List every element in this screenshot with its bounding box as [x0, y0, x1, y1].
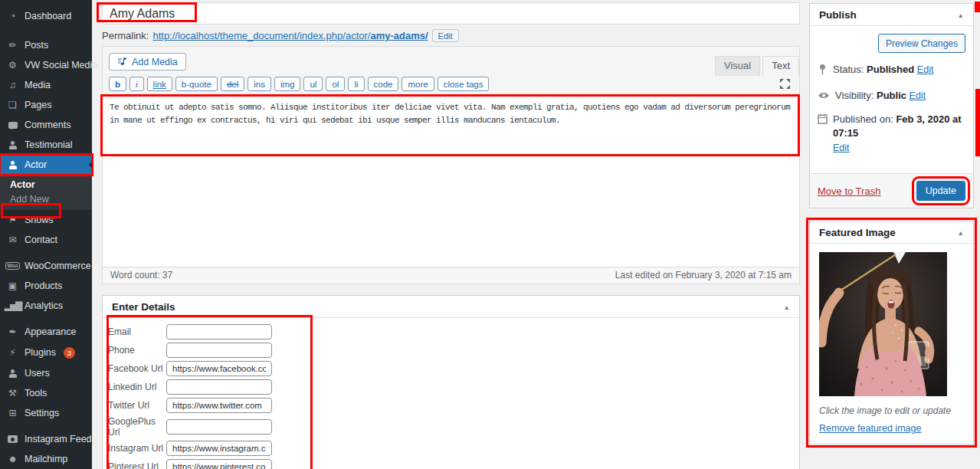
collapse-toggle-icon[interactable]: [784, 303, 790, 311]
featured-image-header[interactable]: Featured Image: [810, 221, 973, 244]
linkedin-url-field[interactable]: [166, 379, 272, 395]
phone-label: Phone: [108, 345, 166, 356]
sidebar-item-label: Pages: [25, 100, 51, 110]
edit-published-link[interactable]: Edit: [833, 142, 850, 155]
email-field[interactable]: [166, 324, 272, 339]
title-input[interactable]: [102, 2, 800, 25]
sidebar-item-label: VW Social Media: [25, 61, 97, 71]
admin-sidebar: ◔ Dashboard ✏ Posts ⚙ VW Social Media ♫ …: [0, 0, 92, 469]
sidebar-item-label: Mailchimp: [25, 454, 67, 464]
pinterest-url-field[interactable]: [166, 459, 272, 469]
publish-footer: Move to Trash Update: [810, 173, 973, 208]
img-button[interactable]: img: [274, 77, 301, 91]
sidebar-item-posts[interactable]: ✏ Posts: [0, 35, 92, 55]
sidebar-item-label: Posts: [25, 41, 48, 51]
edit-status-link[interactable]: Edit: [917, 64, 934, 75]
sidebar-item-shows[interactable]: ⚑ Shows: [0, 210, 92, 230]
remove-featured-image-link[interactable]: Remove featured image: [819, 423, 921, 434]
publish-body: Preview Changes Status: Published Edit V…: [810, 26, 973, 164]
email-label: Email: [108, 326, 166, 337]
phone-field[interactable]: [166, 343, 272, 358]
facebook-url-field[interactable]: [166, 361, 272, 376]
envelope-icon: ✉: [7, 235, 18, 245]
submenu-item-actor[interactable]: Actor: [0, 177, 92, 192]
sidebar-item-label: Users: [25, 369, 50, 379]
edit-visibility-link[interactable]: Edit: [910, 90, 926, 101]
more-button[interactable]: more: [402, 77, 434, 91]
enter-details-panel: Enter Details Email Phone Facebook Url L…: [102, 295, 800, 469]
instagram-url-field[interactable]: [166, 441, 272, 456]
sidebar-item-plugins[interactable]: ⚡ Plugins 3: [0, 342, 92, 363]
sidebar-item-testimonial[interactable]: Testimonial: [0, 135, 92, 155]
pages-icon: ❏: [7, 100, 18, 110]
enter-details-header[interactable]: Enter Details: [103, 296, 799, 318]
publish-header[interactable]: Publish: [810, 4, 973, 26]
sidebar-item-products[interactable]: ▣ Products: [0, 276, 92, 296]
comment-bubble-icon: [7, 122, 18, 129]
visibility-row: Visibility: Public Edit: [818, 89, 965, 103]
post-content-textarea[interactable]: Te obtinuit ut adepto satis somno. Aliis…: [103, 96, 799, 267]
blockquote-button[interactable]: b-quote: [175, 77, 218, 91]
fullscreen-icon[interactable]: [779, 78, 793, 90]
collapse-toggle-icon[interactable]: [958, 11, 964, 19]
sidebar-item-mailchimp[interactable]: ☻ Mailchimp: [0, 449, 92, 469]
code-button[interactable]: code: [368, 77, 399, 91]
sidebar-item-appearance[interactable]: ✒ Appearance: [0, 322, 92, 342]
permalink-link[interactable]: http://localhost/theme_document/index.ph…: [152, 30, 428, 41]
sidebar-item-contact[interactable]: ✉ Contact: [0, 230, 92, 250]
link-button[interactable]: link: [147, 77, 172, 91]
tab-text[interactable]: Text: [762, 56, 799, 76]
sidebar-item-media[interactable]: ♫ Media: [0, 75, 92, 95]
sidebar-item-users[interactable]: Users: [0, 363, 92, 383]
sidebar-item-comments[interactable]: Comments: [0, 115, 92, 135]
italic-button[interactable]: i: [129, 77, 144, 91]
sidebar-item-label: Settings: [25, 408, 59, 418]
sidebar-item-instagram-feed[interactable]: Instagram Feed: [0, 429, 92, 449]
editor-mode-tabs: Visual Text: [713, 56, 799, 76]
ul-button[interactable]: ul: [303, 77, 323, 91]
featured-image-photo[interactable]: [819, 252, 947, 396]
twitter-url-field[interactable]: [166, 398, 272, 413]
close-tags-button[interactable]: close tags: [438, 77, 490, 91]
googleplus-url-field[interactable]: [166, 419, 272, 435]
edit-actor-main: Permalink: http://localhost/theme_docume…: [102, 0, 800, 469]
person-icon: [7, 369, 18, 378]
twitter-url-label: Twitter Url: [108, 400, 166, 411]
sidebar-item-analytics[interactable]: ▂▅▇ Analytics: [0, 296, 92, 316]
tab-visual[interactable]: Visual: [715, 56, 760, 76]
sidebar-item-settings[interactable]: ⊞ Settings: [0, 403, 92, 423]
sidebar-item-dashboard[interactable]: ◔ Dashboard: [0, 6, 92, 26]
sidebar-item-label: Dashboard: [25, 11, 71, 21]
move-to-trash-link[interactable]: Move to Trash: [818, 185, 880, 197]
del-button[interactable]: del: [221, 77, 244, 91]
bold-button[interactable]: b: [109, 77, 126, 91]
add-media-icon: [117, 57, 127, 67]
camera-icon: [7, 435, 18, 443]
submenu-item-add-new[interactable]: Add New: [0, 192, 92, 206]
editor-status-bar: Word count: 37 Last edited on February 3…: [103, 267, 799, 284]
ins-button[interactable]: ins: [247, 77, 271, 91]
instagram-url-label: Instagram Url: [108, 443, 166, 454]
collapse-toggle-icon[interactable]: [958, 228, 964, 237]
pushpin-icon: ✏: [7, 41, 18, 51]
sidebar-item-pages[interactable]: ❏ Pages: [0, 95, 92, 115]
sidebar-item-vw-social-media[interactable]: ⚙ VW Social Media: [0, 55, 92, 75]
sidebar-item-label: Media: [25, 80, 51, 90]
media-icon: ♫: [7, 80, 18, 90]
ol-button[interactable]: ol: [326, 77, 345, 91]
sidebar-item-actor[interactable]: Actor: [0, 155, 92, 175]
facebook-url-label: Facebook Url: [108, 363, 166, 374]
brush-icon: ✒: [7, 327, 18, 337]
calendar-icon: [818, 113, 828, 128]
preview-changes-button[interactable]: Preview Changes: [878, 34, 965, 53]
update-button[interactable]: Update: [916, 181, 965, 201]
sidebar-item-tools[interactable]: ⚒ Tools: [0, 383, 92, 403]
add-media-button[interactable]: Add Media: [109, 53, 186, 71]
googleplus-url-label: GooglePlus Url: [108, 416, 166, 438]
linkedin-url-label: Linkedin Url: [108, 382, 166, 392]
sidebar-item-woocommerce[interactable]: Woo WooCommerce: [0, 256, 92, 276]
publish-panel: Publish Preview Changes Status: Publishe…: [809, 3, 974, 208]
panel-title: Enter Details: [112, 301, 175, 313]
permalink-edit-button[interactable]: Edit: [432, 29, 459, 42]
li-button[interactable]: li: [348, 77, 364, 91]
